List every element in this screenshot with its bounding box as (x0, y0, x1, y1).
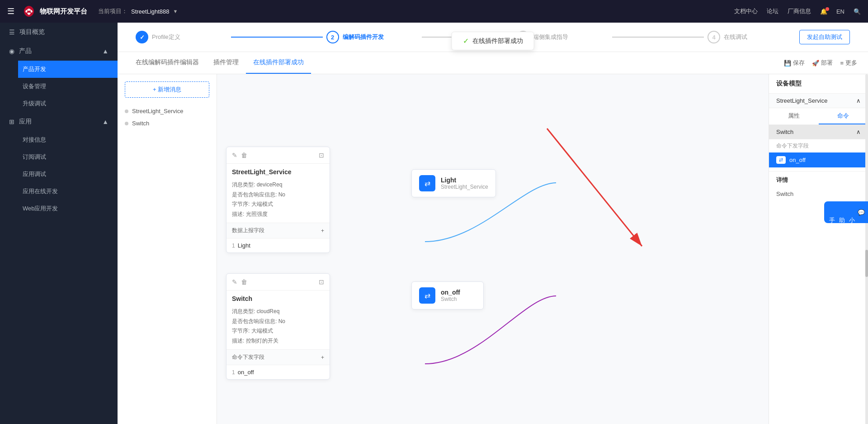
deploy-action[interactable]: 🚀 部署 (812, 59, 833, 67)
platform-name: 物联网开发平台 (40, 7, 87, 16)
sidebar-sub-product: 产品开发 设备管理 升级调试 (0, 61, 118, 112)
sidebar-item-upgrade[interactable]: 升级调试 (18, 95, 118, 112)
app-icon: ⊞ (9, 118, 14, 125)
search-icon[interactable]: 🔍 (854, 8, 861, 15)
sidebar-item-web-app[interactable]: Web应用开发 (18, 200, 118, 217)
step-1-label: Profile定义 (152, 33, 180, 41)
sidebar-item-app-sim[interactable]: 应用调试 (18, 166, 118, 183)
nav-vendor[interactable]: 厂商信息 (788, 7, 811, 15)
card-expand-icon[interactable]: ⊡ (319, 152, 324, 159)
tab-actions: 💾 保存 🚀 部署 ≡ 更多 (784, 59, 857, 67)
sidebar-section-app[interactable]: ⊞ 应用 ▲ (0, 112, 118, 131)
nav-forum[interactable]: 论坛 (767, 7, 778, 15)
streetlight-dot (125, 110, 128, 113)
card-switch-expand-icon[interactable]: ⊡ (319, 278, 324, 286)
svg-line-1 (547, 129, 642, 246)
card-switch-meta: 消息类型: cloudReq 是否包含响应信息: No 字节序: 大端模式 描述… (226, 307, 330, 349)
card-switch-desc: 描述: 控制灯的开关 (232, 336, 324, 346)
sidebar-section-product[interactable]: ◉ 产品 ▲ (0, 42, 118, 61)
card-delete-icon[interactable]: 🗑 (241, 152, 247, 159)
add-message-button[interactable]: + 新增消息 (125, 81, 209, 98)
sidebar-item-product-dev[interactable]: 产品开发 (18, 61, 118, 78)
app-online-label: 应用在线开发 (23, 187, 58, 195)
overview-icon: ☰ (9, 29, 15, 36)
sidebar: ☰ 项目概览 ◉ 产品 ▲ 产品开发 设备管理 升级调试 ⊞ 应用 ▲ 对接信息… (0, 23, 118, 424)
cmd-add-icon[interactable]: + (321, 354, 324, 361)
sidebar-item-app-online[interactable]: 应用在线开发 (18, 183, 118, 200)
tab-deploy-success[interactable]: 在线插件部署成功 (246, 52, 311, 74)
app-collapse-icon: ▲ (102, 118, 108, 125)
step-4-label: 在线调试 (724, 33, 747, 41)
node-light-label: Light (441, 176, 488, 184)
card-switch-delete-icon[interactable]: 🗑 (241, 278, 247, 286)
step-1: ✓ Profile定义 (136, 31, 227, 43)
switch-dot (125, 122, 128, 125)
card-has-response: 是否包含响应信息: No (232, 190, 324, 200)
card-desc: 描述: 光照强度 (232, 210, 324, 219)
notification-bell[interactable]: 🔔 (820, 8, 827, 15)
node-light[interactable]: ⇄ Light StreetLight_Service (411, 169, 496, 197)
connection-label: 对接信息 (23, 136, 46, 144)
sidebar-item-device-mgmt[interactable]: 设备管理 (18, 78, 118, 95)
tab-command[interactable]: 命令 (819, 108, 868, 124)
app-sim-label: 应用调试 (23, 170, 46, 178)
upgrade-label: 升级调试 (23, 100, 46, 108)
step-1-circle: ✓ (136, 31, 148, 43)
project-selector[interactable]: 当前项目： StreetLight888 ▼ (98, 7, 178, 15)
streetlight-collapse-icon: ∧ (856, 97, 861, 104)
deploy-success-popup: ✓ 在线插件部署成功 (452, 32, 534, 50)
left-panel-item-switch[interactable]: Switch (125, 117, 209, 129)
tab-plugin-mgmt[interactable]: 插件管理 (206, 52, 246, 74)
sidebar-item-overview[interactable]: ☰ 项目概览 (0, 23, 118, 42)
left-panel: + 新增消息 StreetLight_Service Switch (118, 74, 217, 424)
cmd-field-name-on-off: on_off (238, 369, 254, 376)
tab-attribute[interactable]: 属性 (769, 108, 819, 124)
huawei-logo-icon (22, 5, 36, 18)
card-data-section: 数据上报字段 + (226, 223, 330, 238)
sidebar-item-order-sim[interactable]: 订阅调试 (18, 148, 118, 166)
data-add-icon[interactable]: + (321, 228, 324, 234)
switch-sub-header[interactable]: Switch ∧ (769, 125, 868, 139)
chat-assistant-button[interactable]: 💬 小 助 手 (824, 201, 868, 223)
node-light-icon: ⇄ (419, 175, 435, 191)
sidebar-sub-app: 对接信息 订阅调试 应用调试 应用在线开发 Web应用开发 (0, 131, 118, 217)
card-switch-edit-icon[interactable]: ✎ (232, 278, 237, 286)
nav-right: 文档中心 论坛 厂商信息 🔔 EN 🔍 (734, 7, 861, 15)
command-item-label: on_off (789, 157, 806, 163)
more-action[interactable]: ≡ 更多 (840, 59, 857, 67)
main-canvas: ✎ 🗑 ⊡ StreetLight_Service 消息类型: deviceRe… (217, 74, 769, 424)
detail-title: 详情 (769, 171, 868, 189)
step-2-label: 编解码插件开发 (343, 33, 384, 41)
tab-bar: 在线编解码插件编辑器 插件管理 在线插件部署成功 💾 保存 🚀 部署 ≡ 更多 … (118, 52, 868, 74)
overview-label: 项目概览 (19, 28, 45, 36)
command-item-icon: ⇄ (776, 156, 786, 164)
right-section-streetlight-header[interactable]: StreetLight_Service ∧ (769, 94, 868, 108)
sidebar-item-connection[interactable]: 对接信息 (18, 131, 118, 148)
command-item-on-off[interactable]: ⇄ on_off (769, 152, 868, 167)
canvas-area: + 新增消息 StreetLight_Service Switch (118, 74, 868, 424)
node-on-off-sub: Switch (441, 296, 460, 302)
right-scroll-bar[interactable] (865, 74, 868, 424)
card-streetlight-meta: 消息类型: deviceReq 是否包含响应信息: No 字节序: 大端模式 描… (226, 180, 330, 223)
right-section-streetlight: StreetLight_Service ∧ 属性 命令 Switch ∧ 命令下… (769, 94, 868, 171)
step-2-circle: 2 (326, 31, 339, 43)
product-icon: ◉ (9, 48, 14, 55)
save-action[interactable]: 💾 保存 (784, 59, 805, 67)
language-selector[interactable]: EN (836, 8, 844, 15)
project-dropdown-arrow[interactable]: ▼ (173, 9, 178, 14)
card-field-on-off[interactable]: 1 on_off (226, 365, 330, 379)
node-on-off[interactable]: ⇄ on_off Switch (411, 281, 484, 310)
right-scroll-thumb (865, 250, 868, 277)
switch-sub-name: Switch (776, 129, 793, 135)
self-test-button[interactable]: 发起自助测试 (799, 30, 850, 44)
nav-docs[interactable]: 文档中心 (734, 7, 758, 15)
card-edit-icon[interactable]: ✎ (232, 152, 237, 159)
card-field-light[interactable]: 1 Light (226, 238, 330, 252)
left-panel-item-streetlight[interactable]: StreetLight_Service (125, 105, 209, 117)
top-nav: ☰ 物联网开发平台 当前项目： StreetLight888 ▼ 文档中心 论坛… (0, 0, 868, 23)
project-name: StreetLight888 (131, 8, 170, 15)
hamburger-icon[interactable]: ☰ (7, 6, 14, 16)
node-on-off-icon: ⇄ (419, 287, 435, 304)
tab-editor[interactable]: 在线编解码插件编辑器 (128, 52, 206, 74)
switch-sub-collapse-icon: ∧ (856, 129, 861, 135)
